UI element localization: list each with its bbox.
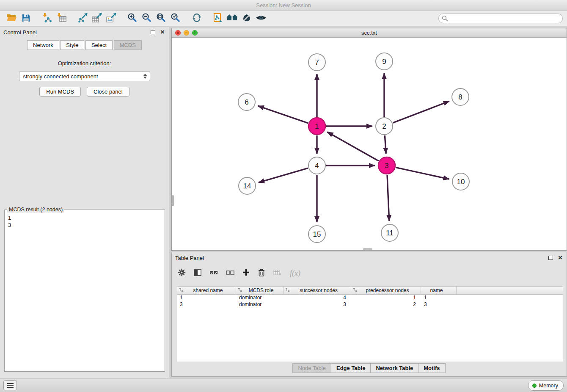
graph-node-4[interactable]: 4 — [308, 157, 325, 174]
graph-edge-2-8[interactable] — [393, 101, 449, 123]
graph-edge-4-14[interactable] — [259, 168, 308, 182]
zoom-fit-button[interactable] — [154, 12, 168, 25]
cell-predecessors: 2 — [351, 301, 421, 308]
select-all-button[interactable] — [209, 270, 218, 277]
import-table-icon — [56, 13, 67, 24]
column-header-successor-nodes[interactable]: successor nodes — [284, 286, 351, 295]
graph-node-7[interactable]: 7 — [308, 54, 325, 71]
unchecked-boxes-icon — [226, 270, 234, 277]
horizontal-scrollbar-thumb[interactable] — [363, 248, 372, 250]
graph-node-11[interactable]: 11 — [381, 224, 398, 241]
close-table-panel-icon[interactable]: × — [558, 254, 562, 262]
export-network-icon — [77, 13, 88, 24]
graph-node-3[interactable]: 3 — [378, 157, 395, 174]
graph-node-15[interactable]: 15 — [308, 226, 325, 243]
tab-network-table[interactable]: Network Table — [370, 363, 418, 373]
column-header-shared-name[interactable]: shared name — [177, 286, 236, 295]
graph-edge-3-11[interactable] — [387, 175, 389, 221]
node-table-header: shared name MCDS role successor nodes pr… — [177, 286, 563, 295]
tab-mcds[interactable]: MCDS — [114, 40, 142, 50]
tab-select[interactable]: Select — [85, 40, 113, 50]
criterion-dropdown-value: strongly connected component — [23, 73, 143, 80]
network-window-titlebar[interactable]: × − + scc.txt — [172, 28, 567, 38]
tab-motifs[interactable]: Motifs — [418, 363, 445, 373]
open-session-button[interactable] — [4, 12, 19, 25]
run-mcds-button[interactable]: Run MCDS — [39, 87, 81, 97]
sort-icon — [285, 287, 290, 293]
mcds-result-box: MCDS result (2 nodes) 1 3 — [4, 210, 165, 372]
graph-node-2[interactable]: 2 — [376, 118, 393, 135]
deselect-all-button[interactable] — [226, 270, 234, 277]
table-toolbar: f(x) — [178, 267, 300, 279]
tab-style[interactable]: Style — [60, 40, 84, 50]
list-icon — [7, 383, 14, 388]
graph-node-label: 11 — [386, 229, 394, 237]
graph-node-14[interactable]: 14 — [239, 177, 256, 194]
add-column-button[interactable] — [242, 269, 250, 277]
delete-column-button[interactable] — [258, 268, 265, 278]
memory-button[interactable]: Memory — [528, 380, 564, 391]
float-panel-icon[interactable] — [151, 30, 155, 34]
refresh-layout-button[interactable] — [190, 12, 204, 25]
window-minimize-button[interactable]: − — [184, 30, 189, 36]
float-table-panel-icon[interactable] — [548, 256, 553, 260]
graph-node-1[interactable]: 1 — [308, 118, 325, 135]
refresh-icon — [192, 13, 202, 24]
graph-node-10[interactable]: 10 — [452, 173, 469, 190]
graph-node-9[interactable]: 9 — [376, 53, 393, 70]
column-header-name[interactable]: name — [421, 286, 457, 295]
close-panel-icon[interactable]: × — [160, 28, 165, 36]
window-close-button[interactable]: × — [175, 30, 181, 36]
show-columns-button[interactable] — [194, 269, 201, 277]
zoom-out-button[interactable] — [140, 12, 154, 25]
criterion-dropdown[interactable]: strongly connected component — [19, 71, 150, 81]
table-row[interactable]: 1 dominator 4 1 1 — [177, 295, 563, 301]
cell-name: 1 — [421, 295, 457, 301]
table-mode-button[interactable] — [178, 268, 186, 278]
table-row[interactable]: 3 dominator 3 2 3 — [177, 301, 563, 308]
homes-button[interactable] — [225, 12, 239, 25]
sort-icon — [179, 287, 184, 293]
graph-edge-1-6[interactable] — [258, 106, 308, 123]
eye-icon — [256, 14, 267, 23]
import-table-button[interactable] — [54, 12, 69, 25]
column-header-mcds-role[interactable]: MCDS role — [236, 286, 284, 295]
search-input[interactable] — [438, 14, 563, 23]
graph-node-8[interactable]: 8 — [452, 88, 469, 105]
eye-button[interactable] — [254, 12, 268, 25]
export-network-button[interactable] — [75, 12, 90, 25]
graph-edge-3-1[interactable] — [327, 132, 378, 161]
export-image-button[interactable] — [104, 12, 118, 25]
cell-predecessors: 1 — [351, 295, 421, 301]
graph-edge-3-10[interactable] — [396, 168, 449, 179]
fx-button[interactable]: f(x) — [290, 269, 300, 278]
graph-node-label: 15 — [313, 230, 321, 238]
export-table-button[interactable] — [90, 12, 104, 25]
close-panel-button[interactable]: Close panel — [87, 87, 129, 97]
result-line: 1 — [8, 214, 165, 221]
zoom-selected-button[interactable] — [168, 12, 183, 25]
double-home-icon — [226, 13, 239, 24]
graph-node-6[interactable]: 6 — [238, 94, 255, 110]
delete-table-button[interactable] — [273, 269, 282, 277]
tab-node-table[interactable]: Node Table — [292, 363, 331, 373]
network-window-title: scc.txt — [361, 30, 377, 36]
graph-node-label: 7 — [315, 58, 319, 66]
import-network-button[interactable] — [40, 12, 54, 25]
save-session-button[interactable] — [19, 12, 33, 25]
task-history-button[interactable] — [3, 380, 17, 390]
graph-edge-2-3[interactable] — [385, 135, 386, 154]
tab-edge-table[interactable]: Edge Table — [331, 363, 371, 373]
column-header-predecessor-nodes[interactable]: predecessor nodes — [351, 286, 421, 295]
tab-network[interactable]: Network — [27, 40, 59, 50]
window-zoom-button[interactable]: + — [192, 30, 198, 36]
graph-node-label: 1 — [315, 122, 319, 130]
network-canvas[interactable]: 7968124314101511 — [172, 38, 567, 250]
graph-node-label: 3 — [385, 162, 388, 170]
vertical-scrollbar-thumb[interactable] — [172, 195, 174, 206]
clone-network-button[interactable] — [211, 12, 225, 25]
mcds-result-content[interactable]: 1 3 — [5, 210, 165, 229]
hide-details-button[interactable] — [239, 12, 254, 25]
network-graph[interactable]: 7968124314101511 — [172, 38, 567, 250]
zoom-in-button[interactable] — [125, 12, 140, 25]
